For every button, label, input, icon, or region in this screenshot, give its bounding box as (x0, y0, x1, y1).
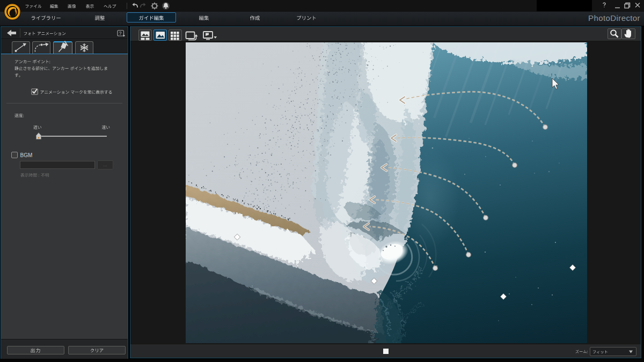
svg-text:?: ? (119, 31, 122, 36)
